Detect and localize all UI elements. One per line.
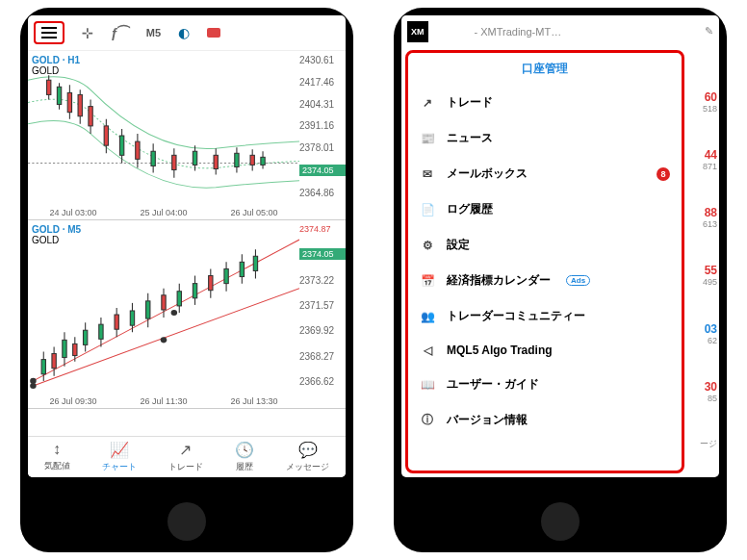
chart-h1[interactable]: GOLD · H1GOLD bbox=[28, 51, 346, 220]
price-tag: 2374.05 bbox=[299, 248, 346, 260]
menu-icon: ⚙ bbox=[420, 239, 435, 252]
tab-quotes[interactable]: ↕気配値 bbox=[44, 441, 70, 473]
x-axis: 24 Jul 03:0025 Jul 04:0026 Jul 05:00 bbox=[28, 206, 299, 219]
svg-point-35 bbox=[30, 383, 37, 389]
menu-label: ニュース bbox=[447, 130, 493, 146]
menu-item-6[interactable]: 👥トレーダーコミュニティー bbox=[416, 298, 674, 334]
svg-rect-38 bbox=[41, 360, 45, 374]
svg-rect-28 bbox=[250, 155, 254, 165]
background-quotes: 6051844871886135549503623085ージ bbox=[690, 73, 717, 468]
svg-rect-12 bbox=[104, 126, 108, 145]
chart-m5[interactable]: GOLD · M5GOLD bbox=[28, 220, 346, 409]
svg-rect-22 bbox=[193, 151, 196, 165]
menu-icon: 📅 bbox=[420, 274, 435, 288]
menu-icon[interactable] bbox=[34, 21, 64, 44]
menu-label: 設定 bbox=[447, 237, 470, 253]
tab-history[interactable]: 🕓履歴 bbox=[235, 441, 254, 473]
menu-header: XM - XMTrading-MT… bbox=[401, 15, 719, 48]
menu-label: 経済指標カレンダー bbox=[447, 272, 551, 289]
message-icon: 💬 bbox=[298, 441, 318, 459]
tab-chart[interactable]: 📈チャート bbox=[102, 441, 137, 473]
svg-rect-42 bbox=[63, 340, 66, 357]
y-axis: 2430.612417.462404.312391.162378.01 2374… bbox=[299, 51, 346, 202]
svg-rect-48 bbox=[99, 324, 103, 339]
svg-rect-18 bbox=[151, 151, 155, 165]
svg-rect-56 bbox=[162, 295, 166, 310]
menu-icon: ✉ bbox=[420, 167, 435, 181]
menu-icon: 📰 bbox=[420, 132, 435, 145]
menu-icon: ⓘ bbox=[420, 412, 435, 428]
svg-rect-68 bbox=[253, 256, 257, 270]
bottom-nav: ↕気配値 📈チャート ↗トレード 🕓履歴 💬メッセージ bbox=[28, 436, 346, 477]
menu-item-1[interactable]: 📰ニュース bbox=[416, 120, 674, 156]
record-icon[interactable] bbox=[207, 28, 220, 38]
menu-item-2[interactable]: ✉メールボックス8 bbox=[416, 156, 674, 191]
history-icon: 🕓 bbox=[235, 441, 254, 459]
chart-toolbar: ⊹ ƒ⁀ M5 ◐ bbox=[28, 15, 346, 51]
app-title: - XMTrading-MT… bbox=[475, 26, 562, 38]
svg-rect-16 bbox=[136, 141, 140, 159]
home-button[interactable] bbox=[167, 502, 206, 541]
crosshair-icon[interactable]: ⊹ bbox=[82, 25, 93, 40]
side-menu: ↗トレード📰ニュース✉メールボックス8📄ログ履歴⚙設定📅経済指標カレンダーAds… bbox=[408, 85, 682, 438]
menu-item-9[interactable]: ⓘバージョン情報 bbox=[416, 402, 674, 438]
svg-rect-24 bbox=[214, 155, 218, 168]
menu-highlight-box: 口座管理 ↗トレード📰ニュース✉メールボックス8📄ログ履歴⚙設定📅経済指標カレン… bbox=[405, 50, 684, 473]
menu-label: バージョン情報 bbox=[447, 412, 528, 428]
x-axis: 26 Jul 09:3026 Jul 11:3026 Jul 13:30 bbox=[28, 395, 299, 408]
svg-rect-64 bbox=[224, 268, 228, 283]
svg-rect-66 bbox=[240, 262, 244, 276]
trade-icon: ↗ bbox=[179, 441, 192, 459]
menu-item-7[interactable]: ◁MQL5 Algo Trading bbox=[416, 334, 674, 367]
svg-rect-62 bbox=[209, 276, 213, 291]
menu-label: メールボックス bbox=[447, 165, 528, 182]
y-axis: 2374.87 2374.05 2373.222371.572369.92236… bbox=[299, 220, 346, 391]
menu-icon: ◁ bbox=[420, 344, 435, 357]
menu-icon: 👥 bbox=[420, 310, 435, 323]
menu-label: ログ履歴 bbox=[447, 201, 493, 217]
svg-rect-8 bbox=[78, 94, 82, 115]
home-button[interactable] bbox=[541, 502, 580, 541]
svg-rect-20 bbox=[172, 155, 176, 169]
menu-item-4[interactable]: ⚙設定 bbox=[416, 227, 674, 263]
menu-label: ユーザー・ガイド bbox=[447, 376, 539, 393]
svg-rect-2 bbox=[47, 80, 51, 94]
svg-point-36 bbox=[161, 337, 167, 343]
svg-rect-44 bbox=[73, 344, 77, 355]
arrows-icon: ↕ bbox=[53, 441, 61, 458]
svg-rect-26 bbox=[235, 153, 239, 166]
svg-rect-6 bbox=[67, 92, 71, 112]
timeframe-selector[interactable]: M5 bbox=[146, 27, 161, 38]
menu-icon: 📄 bbox=[420, 203, 435, 216]
menu-item-0[interactable]: ↗トレード bbox=[416, 85, 674, 120]
indicator-icon[interactable]: ƒ⁀ bbox=[111, 25, 129, 40]
svg-rect-14 bbox=[119, 136, 123, 155]
svg-rect-54 bbox=[146, 301, 150, 318]
svg-rect-60 bbox=[193, 284, 196, 298]
ads-badge: Ads bbox=[566, 275, 590, 286]
sync-icon[interactable]: ◐ bbox=[178, 25, 190, 40]
notification-badge: 8 bbox=[657, 167, 670, 181]
svg-rect-46 bbox=[83, 330, 87, 344]
menu-item-3[interactable]: 📄ログ履歴 bbox=[416, 191, 674, 227]
menu-item-5[interactable]: 📅経済指標カレンダーAds bbox=[416, 263, 674, 298]
svg-rect-10 bbox=[89, 107, 92, 126]
account-management-link[interactable]: 口座管理 bbox=[408, 53, 682, 85]
menu-item-8[interactable]: 📖ユーザー・ガイド bbox=[416, 367, 674, 402]
menu-icon: ↗ bbox=[420, 96, 435, 110]
svg-rect-50 bbox=[115, 315, 118, 329]
tab-trade[interactable]: ↗トレード bbox=[168, 441, 203, 473]
svg-rect-40 bbox=[52, 354, 56, 369]
svg-rect-58 bbox=[177, 292, 181, 306]
menu-label: MQL5 Algo Trading bbox=[447, 344, 553, 357]
edit-icon[interactable]: ✎ bbox=[705, 25, 713, 38]
svg-rect-4 bbox=[57, 87, 61, 104]
xm-logo: XM bbox=[407, 21, 428, 42]
menu-icon: 📖 bbox=[420, 378, 435, 392]
price-tag: 2374.05 bbox=[299, 165, 346, 176]
menu-label: トレーダーコミュニティー bbox=[447, 308, 585, 324]
svg-rect-52 bbox=[130, 311, 134, 325]
tab-messages[interactable]: 💬メッセージ bbox=[286, 441, 329, 473]
svg-point-34 bbox=[171, 310, 178, 316]
chart-icon: 📈 bbox=[110, 441, 129, 459]
